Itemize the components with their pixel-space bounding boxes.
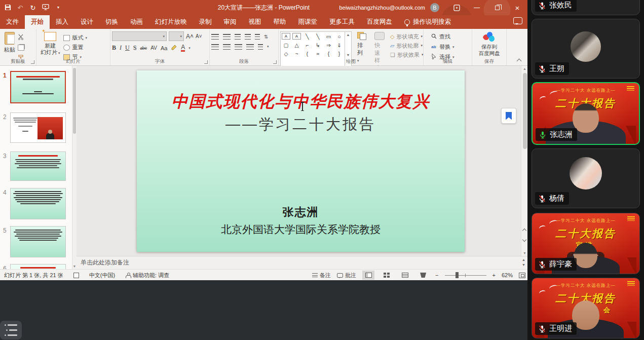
tab-insert[interactable]: 插入 (50, 15, 74, 29)
change-case-button[interactable]: Aa (161, 45, 167, 51)
tab-slideshow[interactable]: 幻灯片放映 (149, 15, 193, 29)
italic-button[interactable]: I (120, 44, 122, 52)
align-right-icon[interactable] (235, 44, 242, 50)
close-button[interactable]: × (507, 0, 527, 15)
next-slide-button[interactable] (522, 237, 527, 242)
save-to-baidu-button[interactable]: 保存到 百度网盘 (474, 31, 505, 57)
tab-animations[interactable]: 动画 (124, 15, 149, 29)
align-left-icon[interactable] (211, 44, 219, 50)
underline-button[interactable]: U (125, 44, 130, 52)
find-button[interactable]: 查找 (430, 32, 470, 41)
account-avatar[interactable]: B (430, 3, 439, 12)
text-direction-icon[interactable]: ⇅ (264, 34, 268, 40)
copy-icon[interactable] (18, 45, 24, 51)
meeting-list-button[interactable] (0, 321, 22, 339)
tell-me-search[interactable]: 操作说明搜索 (398, 15, 457, 29)
line-spacing-icon[interactable] (255, 34, 260, 40)
shape-fill-button[interactable]: ◇形状填充▾ (390, 33, 423, 40)
bullets-icon[interactable] (211, 34, 219, 40)
slide-subtitle[interactable]: ——学习二十大报告 (137, 115, 465, 135)
decrease-font-icon[interactable]: A˅ (196, 33, 202, 39)
tab-rain-classroom[interactable]: 雨课堂 (292, 15, 324, 29)
participant-tile[interactable]: 王朔 (532, 19, 640, 79)
tab-file[interactable]: 文件 (0, 15, 25, 29)
shape-effects-button[interactable]: ❏形状效果▾ (390, 51, 423, 58)
tab-home[interactable]: 开始 (25, 15, 50, 29)
new-slide-button[interactable]: 新建 幻灯片 ▾ (38, 31, 62, 61)
collapse-ribbon-icon[interactable] (517, 58, 521, 62)
bookmark-button[interactable] (501, 108, 516, 124)
clipboard-dialog-launcher[interactable] (31, 60, 34, 64)
comments-panel-icon[interactable] (513, 17, 522, 24)
accessibility-checker[interactable]: 辅助功能: 调查 (125, 272, 169, 279)
tab-design[interactable]: 设计 (74, 15, 99, 29)
increase-font-icon[interactable]: A˄ (186, 33, 194, 40)
slide-canvas[interactable]: 中国式现代化与中华民族伟大复兴 ——学习二十大报告 张志洲 北京外国语大学国际关… (137, 70, 465, 252)
font-size-select[interactable]: ▾ (169, 31, 184, 41)
slide-author[interactable]: 张志洲 (137, 205, 465, 220)
reset-button[interactable]: 重置 (63, 43, 87, 52)
language-indicator[interactable]: 中文(中国) (89, 272, 115, 279)
cut-icon[interactable] (18, 33, 24, 42)
thumbnail-slide-3[interactable]: 3 (10, 152, 66, 181)
font-color-button[interactable]: A (181, 44, 185, 52)
restore-button[interactable] (487, 0, 507, 15)
slide-sorter-view-button[interactable] (381, 271, 393, 280)
character-spacing-button[interactable]: AV (150, 45, 157, 51)
tab-view[interactable]: 视图 (243, 15, 268, 29)
zoom-slider[interactable] (445, 272, 486, 279)
participant-tile[interactable]: —学习二十大 永远在路上— 二十大报告 宣讲 国际关系学 薛宇豪 (532, 213, 640, 274)
slide-affiliation[interactable]: 北京外国语大学国际关系学院教授 (137, 222, 465, 237)
highlight-pen-icon[interactable] (171, 44, 177, 52)
notes-pane[interactable]: 单击此处添加备注 ▲▼ (77, 256, 527, 269)
shape-outline-button[interactable]: ▱形状轮廓▾ (390, 42, 423, 49)
tab-review[interactable]: 审阅 (218, 15, 243, 29)
zoom-in-button[interactable]: + (493, 272, 496, 278)
tab-transitions[interactable]: 切换 (99, 15, 124, 29)
slideshow-view-button[interactable] (417, 271, 429, 280)
paste-button[interactable]: 粘贴 (2, 31, 18, 62)
numbering-icon[interactable] (223, 34, 231, 40)
comments-toggle[interactable]: 批注 (337, 272, 356, 279)
tab-record[interactable]: 录制 (193, 15, 218, 29)
minimize-button[interactable]: — (467, 0, 487, 15)
paragraph-dialog-launcher[interactable] (273, 60, 277, 64)
thumbnail-slide-1[interactable]: 1 (10, 71, 66, 103)
ribbon-display-options-icon[interactable] (446, 0, 467, 15)
columns-icon[interactable] (258, 44, 263, 50)
participant-tile[interactable]: 张效民 (532, 0, 640, 15)
tab-more-tools[interactable]: 更多工具 (323, 15, 361, 29)
thumbnail-slide-5[interactable]: 5 (10, 226, 66, 257)
thumbnail-scrollbar[interactable]: ▼ (72, 66, 77, 269)
font-dialog-launcher[interactable] (204, 60, 208, 64)
replace-button[interactable]: ab 替换▾ (430, 43, 470, 51)
align-center-icon[interactable] (223, 44, 231, 50)
notes-resize-buttons[interactable]: ▲▼ (522, 258, 525, 267)
normal-view-button[interactable] (362, 271, 374, 280)
text-shadow-button[interactable]: S (133, 44, 137, 52)
zoom-out-button[interactable]: − (435, 272, 438, 278)
thumbnail-slide-6[interactable]: 6 (10, 264, 66, 269)
vertical-scrollbar[interactable]: ▲ ▼ (521, 66, 527, 256)
participant-tile[interactable]: 杨倩 (532, 148, 640, 208)
thumbnail-slide-2[interactable]: 2 (10, 112, 66, 143)
tab-baidu-netdisk[interactable]: 百度网盘 (361, 15, 398, 29)
previous-slide-button[interactable] (522, 228, 527, 233)
tab-help[interactable]: 帮助 (268, 15, 292, 29)
increase-indent-icon[interactable] (245, 34, 251, 40)
decrease-indent-icon[interactable] (235, 34, 241, 40)
participant-tile[interactable]: —学习二十大 永远在路上— 二十大报告 会 支 王明进 (532, 278, 640, 338)
fit-to-window-icon[interactable] (519, 273, 525, 278)
strikethrough-button[interactable]: abc (140, 45, 147, 51)
account-email[interactable]: beiwaizhangzhizhou@outlook.com (339, 5, 425, 11)
layout-button[interactable]: 版式▾ (63, 33, 87, 42)
participant-tile-active-speaker[interactable]: —学习二十大 永远在路上— 二十大报告 张志洲 (532, 82, 640, 145)
thumbnail-slide-4[interactable]: 4 (10, 188, 66, 219)
reading-view-button[interactable] (399, 271, 411, 280)
spellcheck-icon[interactable] (73, 273, 79, 278)
bold-button[interactable]: B (112, 44, 116, 52)
notes-toggle[interactable]: 备注 (312, 272, 331, 279)
font-name-select[interactable]: ▾ (112, 31, 167, 41)
justify-icon[interactable] (246, 44, 254, 50)
zoom-percentage[interactable]: 62% (502, 272, 513, 278)
